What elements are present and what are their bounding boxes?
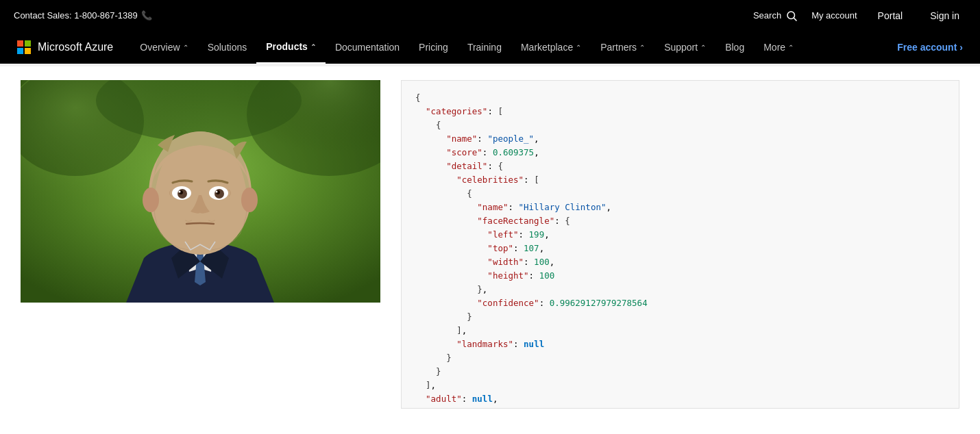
content-area: { "categories": [ { "name": "people_", "…	[0, 66, 980, 434]
svg-line-1	[794, 18, 797, 21]
microsoft-logo	[17, 40, 31, 54]
sign-in-label: Sign in	[930, 10, 959, 21]
search-link[interactable]: Search	[753, 10, 798, 22]
nav-training-label: Training	[467, 42, 502, 53]
nav-products-label: Products	[266, 41, 308, 52]
nav-blog-label: Blog	[725, 42, 744, 53]
nav-item-training[interactable]: Training	[458, 31, 511, 64]
nav-right: Free account ›	[887, 31, 973, 64]
brand-link[interactable]: Microsoft Azure	[7, 31, 123, 64]
portal-label: Portal	[878, 10, 903, 21]
nav-item-products[interactable]: Products ⌃	[256, 31, 326, 64]
nav-item-overview[interactable]: Overview ⌃	[130, 31, 197, 64]
chevron-down-icon: ⌃	[183, 44, 188, 51]
utility-bar: Contact Sales: 1-800-867-1389 📞 Search M…	[0, 0, 980, 31]
svg-point-20	[241, 188, 258, 212]
sign-in-link[interactable]: Sign in	[923, 10, 966, 21]
chevron-down-icon-more: ⌃	[788, 44, 794, 51]
chevron-down-icon-marketplace: ⌃	[576, 44, 581, 51]
chevron-down-icon-partners: ⌃	[639, 44, 645, 51]
demo-image	[21, 80, 380, 303]
nav-more-label: More	[763, 42, 785, 53]
free-account-arrow: ›	[959, 42, 963, 53]
svg-point-18	[216, 191, 218, 193]
json-panel[interactable]: { "categories": [ { "name": "people_", "…	[401, 80, 959, 409]
chevron-down-icon-support: ⌃	[700, 44, 706, 51]
nav-solutions-label: Solutions	[208, 42, 247, 53]
nav-pricing-label: Pricing	[419, 42, 448, 53]
nav-item-more[interactable]: More ⌃	[754, 31, 803, 64]
nav-item-pricing[interactable]: Pricing	[409, 31, 458, 64]
nav-item-partners[interactable]: Partners ⌃	[591, 31, 654, 64]
free-account-label: Free account	[897, 42, 957, 53]
search-icon	[785, 10, 798, 22]
phone-icon: 📞	[141, 10, 152, 21]
nav-item-blog[interactable]: Blog	[715, 31, 754, 64]
nav-partners-label: Partners	[600, 42, 637, 53]
nav-item-marketplace[interactable]: Marketplace ⌃	[511, 31, 591, 64]
contact-sales-link[interactable]: Contact Sales: 1-800-867-1389 📞	[14, 10, 152, 21]
nav-item-support[interactable]: Support ⌃	[654, 31, 715, 64]
contact-sales-text: Contact Sales: 1-800-867-1389	[14, 10, 138, 21]
image-panel	[21, 80, 380, 420]
nav-item-documentation[interactable]: Documentation	[326, 31, 409, 64]
chevron-down-icon-products: ⌃	[310, 43, 316, 51]
svg-point-0	[787, 12, 795, 19]
brand-name: Microsoft Azure	[38, 41, 113, 53]
my-account-label: My account	[811, 10, 857, 21]
portal-link[interactable]: Portal	[871, 10, 910, 21]
search-label: Search	[753, 10, 781, 21]
nav-item-solutions[interactable]: Solutions	[198, 31, 257, 64]
nav-items: Overview ⌃ Solutions Products ⌃ Document…	[130, 31, 803, 64]
nav-documentation-label: Documentation	[335, 42, 400, 53]
json-content: { "categories": [ { "name": "people_", "…	[415, 91, 945, 409]
main-nav: Microsoft Azure Overview ⌃ Solutions Pro…	[0, 31, 980, 64]
nav-overview-label: Overview	[140, 42, 180, 53]
free-account-button[interactable]: Free account ›	[887, 42, 973, 53]
svg-point-19	[143, 188, 159, 212]
nav-support-label: Support	[664, 42, 698, 53]
person-image-svg	[21, 80, 380, 303]
nav-marketplace-label: Marketplace	[521, 42, 573, 53]
svg-point-17	[179, 191, 181, 193]
my-account-link[interactable]: My account	[811, 10, 857, 21]
